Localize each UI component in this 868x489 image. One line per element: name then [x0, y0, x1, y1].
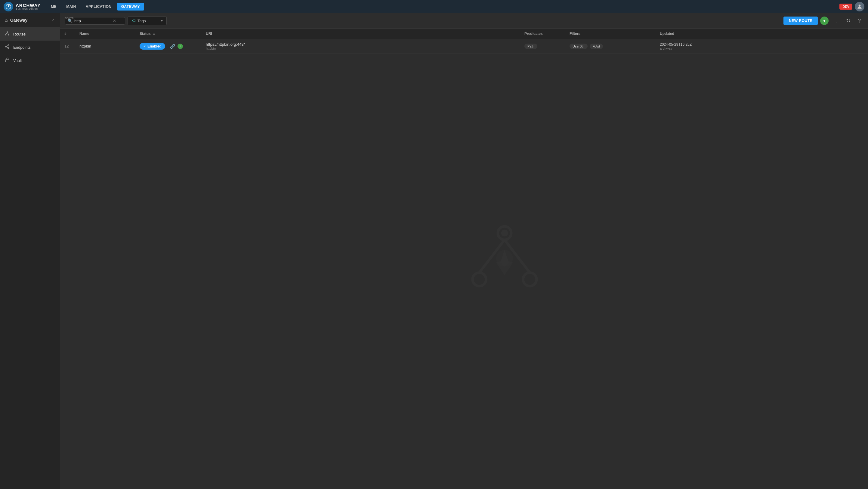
status-indicator[interactable] — [820, 17, 829, 25]
sidebar-collapse-btn[interactable]: ‹ — [51, 17, 55, 24]
logo-area: ARCHWAY Business edition — [4, 2, 41, 11]
sidebar-title: Gateway — [10, 18, 28, 23]
refresh-btn[interactable]: ↻ — [844, 16, 853, 25]
check-icon: ✓ — [143, 44, 146, 48]
svg-line-12 — [7, 45, 8, 46]
vault-label: Vault — [13, 58, 22, 63]
col-header-num: # — [60, 29, 75, 39]
help-btn[interactable]: ? — [855, 17, 863, 25]
svg-point-15 — [498, 226, 511, 240]
sidebar-item-vault[interactable]: Vault — [0, 54, 60, 67]
svg-point-16 — [472, 272, 486, 286]
svg-point-4 — [5, 34, 6, 35]
svg-line-7 — [7, 32, 9, 35]
main-content: Search 🔍 ✕ 🏷 Tags ▾ NEW ROUTE ⋮ — [60, 13, 868, 489]
search-wrapper: Search 🔍 ✕ — [65, 17, 125, 25]
app-name: ARCHWAY — [16, 3, 41, 7]
tags-label: Tags — [137, 19, 146, 23]
row-name: httpbin — [75, 39, 135, 54]
top-nav: ARCHWAY Business edition ME MAIN APPLICA… — [0, 0, 868, 13]
search-input[interactable] — [74, 19, 111, 23]
row-predicates: Path — [520, 39, 565, 54]
routes-icon — [5, 31, 10, 37]
filter-badge-0: UserBtn — [569, 43, 588, 49]
table-area: # Name Status ≡ URI Predic — [60, 29, 868, 489]
svg-line-18 — [479, 240, 504, 272]
row-status: ✓ Enabled 🔗 i — [135, 39, 202, 54]
nav-me[interactable]: ME — [46, 3, 61, 10]
row-filters: UserBtn AJwt — [565, 39, 656, 54]
nav-application[interactable]: APPLICATION — [82, 3, 116, 10]
routes-table: # Name Status ≡ URI Predic — [60, 29, 868, 54]
svg-point-17 — [523, 272, 536, 286]
app-edition: Business edition — [16, 7, 41, 10]
svg-rect-13 — [5, 60, 9, 62]
link-icon[interactable]: 🔗 — [170, 44, 175, 49]
tags-dropdown[interactable]: 🏷 Tags ▾ — [128, 16, 167, 25]
col-header-uri: URI — [202, 29, 520, 39]
filter-badge-1: AJwt — [590, 43, 603, 49]
svg-point-1 — [8, 6, 9, 7]
nav-right: DEV — [839, 2, 864, 11]
table-row[interactable]: 12 httpbin ✓ Enabled — [60, 39, 868, 54]
app-logo-icon — [4, 2, 13, 11]
app-body: ⌂ Gateway ‹ Routes — [0, 13, 868, 489]
status-badge[interactable]: ✓ Enabled — [140, 43, 165, 50]
svg-point-2 — [859, 4, 861, 7]
svg-point-9 — [5, 46, 7, 47]
search-clear-btn[interactable]: ✕ — [112, 19, 117, 23]
status-filter-icon[interactable]: ≡ — [153, 32, 155, 36]
svg-point-8 — [8, 44, 9, 46]
svg-point-10 — [8, 47, 9, 49]
home-icon: ⌂ — [5, 18, 8, 23]
sidebar: ⌂ Gateway ‹ Routes — [0, 13, 60, 489]
endpoints-icon — [5, 44, 10, 50]
svg-point-20 — [501, 229, 508, 236]
col-header-predicates: Predicates — [520, 29, 565, 39]
vault-icon — [5, 58, 10, 63]
status-icons: 🔗 i — [170, 43, 183, 49]
routes-label: Routes — [13, 32, 26, 36]
sidebar-title-area: ⌂ Gateway — [5, 18, 27, 23]
more-options-btn[interactable]: ⋮ — [831, 16, 841, 25]
chevron-down-icon: ▾ — [161, 19, 163, 23]
tag-icon: 🏷 — [131, 18, 136, 23]
predicate-badge: Path — [524, 43, 537, 49]
endpoints-label: Endpoints — [13, 45, 31, 50]
dev-badge[interactable]: DEV — [839, 4, 852, 10]
toolbar: Search 🔍 ✕ 🏷 Tags ▾ NEW ROUTE ⋮ — [60, 13, 868, 29]
svg-point-5 — [8, 34, 9, 35]
info-dot[interactable]: i — [178, 43, 183, 49]
row-num: 12 — [60, 39, 75, 54]
watermark — [462, 216, 547, 302]
svg-line-19 — [504, 240, 530, 272]
col-header-updated: Updated — [656, 29, 868, 39]
logo-text: ARCHWAY Business edition — [16, 3, 41, 10]
svg-point-21 — [496, 250, 513, 267]
new-route-button[interactable]: NEW ROUTE — [783, 17, 818, 25]
sidebar-item-routes[interactable]: Routes — [0, 27, 60, 41]
svg-point-14 — [824, 20, 825, 22]
row-uri: https://httpbin.org:443/ httpbin — [202, 39, 520, 54]
col-header-filters: Filters — [565, 29, 656, 39]
search-label: Search — [65, 17, 74, 20]
svg-line-6 — [6, 32, 7, 35]
search-box: 🔍 ✕ — [65, 17, 125, 25]
table-header-row: # Name Status ≡ URI Predic — [60, 29, 868, 39]
nav-gateway[interactable]: GATEWAY — [117, 3, 144, 10]
col-header-name: Name — [75, 29, 135, 39]
svg-point-3 — [7, 32, 8, 32]
user-avatar[interactable] — [855, 2, 864, 11]
svg-line-11 — [7, 47, 8, 48]
sidebar-item-endpoints[interactable]: Endpoints — [0, 41, 60, 54]
nav-main[interactable]: MAIN — [62, 3, 80, 10]
col-header-status: Status ≡ — [135, 29, 202, 39]
sidebar-header: ⌂ Gateway ‹ — [0, 13, 60, 27]
row-updated: 2024-05-29T16:25Z archway — [656, 39, 868, 54]
